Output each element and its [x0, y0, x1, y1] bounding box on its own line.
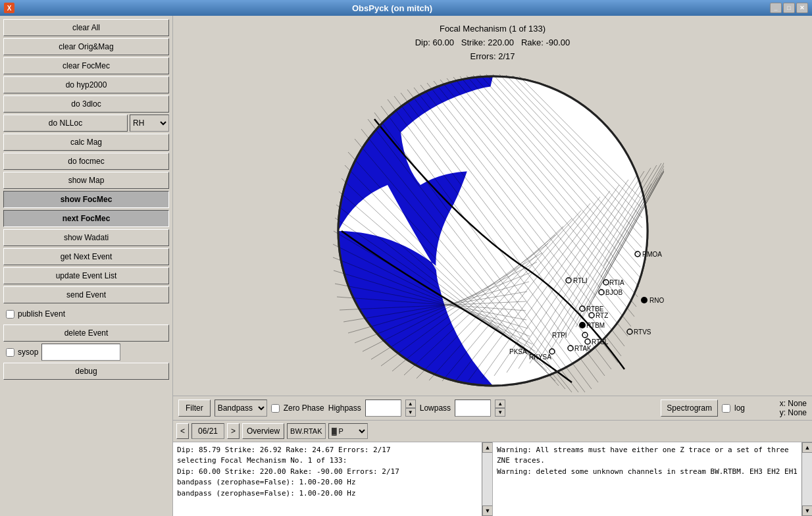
svg-point-83: [579, 322, 586, 328]
focal-errors: Errors: 2/17: [415, 50, 571, 64]
console-left-text: Dip: 85.79 Strike: 26.92 Rake: 24.67 Err…: [173, 442, 492, 502]
maximize-button[interactable]: □: [783, 3, 795, 13]
channel-display: BW.RTAK: [287, 423, 326, 439]
warning-line-1: Warning: All streams must have either on…: [497, 445, 808, 456]
date-display: 06/21: [191, 423, 224, 439]
strike-label: Strike:: [461, 38, 486, 47]
minimize-button[interactable]: _: [770, 3, 782, 13]
next-focmec-button[interactable]: next FocMec: [3, 210, 169, 227]
publish-event-label: publish Event: [18, 309, 65, 319]
console-line-1: Dip: 85.79 Strike: 26.92 Rake: 24.67 Err…: [177, 445, 488, 456]
lowpass-spinner[interactable]: ▲ ▼: [495, 400, 505, 417]
app-icon: X: [4, 3, 14, 13]
window-controls[interactable]: _ □ ✕: [770, 3, 808, 13]
zero-phase-checkbox[interactable]: [271, 404, 280, 413]
filter-bar: Filter Bandpass Lowpass Highpass Zero Ph…: [173, 396, 812, 420]
show-map-button[interactable]: show Map: [3, 172, 169, 189]
do-3dloc-button[interactable]: do 3dloc: [3, 95, 169, 113]
console-line-5: bandpass (zerophase=False): 1.00-20.00 H…: [177, 488, 488, 500]
main-layout: clear All clear Orig&Mag clear FocMec do…: [0, 16, 812, 516]
console-left: Dip: 85.79 Strike: 26.92 Rake: 24.67 Err…: [173, 442, 493, 516]
svg-text:RTBM: RTBM: [586, 322, 605, 329]
scroll-track-right: [802, 453, 812, 505]
update-event-list-button[interactable]: update Event List: [3, 267, 169, 284]
scroll-down-left[interactable]: ▼: [482, 505, 493, 516]
dip-value: 60.00: [432, 38, 454, 47]
left-panel: clear All clear Orig&Mag clear FocMec do…: [0, 16, 173, 516]
highpass-spinner[interactable]: ▲ ▼: [405, 400, 416, 417]
debug-button[interactable]: debug: [3, 363, 169, 380]
channel-select[interactable]: ▓ P S Z: [328, 423, 368, 439]
svg-text:RTZ: RTZ: [596, 312, 608, 319]
strike-value: 220.00: [488, 38, 514, 47]
lowpass-down[interactable]: ▼: [495, 408, 505, 417]
lowpass-label: Lowpass: [420, 403, 451, 413]
highpass-input[interactable]: 1.00: [365, 400, 401, 417]
calc-mag-button[interactable]: calc Mag: [3, 134, 169, 151]
scroll-track-left: [482, 453, 492, 505]
do-focmec-button[interactable]: do focmec: [3, 153, 169, 170]
nlloc-select[interactable]: RH RM RL: [130, 115, 169, 132]
waveform-bar: < 06/21 > Overview BW.RTAK ▓ P S Z: [173, 420, 812, 441]
show-wadati-button[interactable]: show Wadati: [3, 229, 169, 246]
highpass-label: Highpass: [328, 403, 361, 413]
sysop-input[interactable]: [41, 344, 120, 361]
console-line-3: Dip: 60.00 Strike: 220.00 Rake: -90.00 E…: [177, 467, 488, 478]
right-panel: Focal Mechanism (1 of 133) Dip: 60.00 St…: [173, 16, 812, 516]
overview-button[interactable]: Overview: [242, 423, 284, 439]
clear-orig-mag-button[interactable]: clear Orig&Mag: [3, 38, 169, 55]
svg-text:RKYSA: RKYSA: [529, 353, 551, 361]
console-right: Warning: All streams must have either on…: [493, 442, 812, 516]
get-next-event-button[interactable]: get Next Event: [3, 248, 169, 265]
show-focmec-button[interactable]: show FocMec: [3, 191, 169, 208]
close-button[interactable]: ✕: [796, 3, 808, 13]
sysop-row: sysop: [3, 344, 169, 361]
xy-readout: x: None y: None: [754, 399, 807, 417]
zero-phase-label: Zero Phase: [284, 403, 324, 413]
y-readout: y: None: [780, 408, 807, 417]
clear-foc-mec-button[interactable]: clear FocMec: [3, 57, 169, 74]
sysop-checkbox[interactable]: [6, 348, 14, 357]
errors-label: Errors:: [470, 51, 496, 61]
warning-line-2: ZNE traces.: [497, 455, 808, 467]
scroll-up-right[interactable]: ▲: [802, 442, 812, 453]
filter-button[interactable]: Filter: [178, 400, 211, 417]
nlloc-row: do NLLoc RH RM RL: [3, 115, 169, 132]
console-line-4: bandpass (zerophase=False): 1.00-20.00 H…: [177, 477, 488, 488]
delete-event-button[interactable]: delete Event: [3, 324, 169, 342]
scroll-down-right[interactable]: ▼: [802, 505, 812, 516]
svg-point-77: [641, 297, 647, 303]
bottom-section: Dip: 85.79 Strike: 26.92 Rake: 24.67 Err…: [173, 442, 812, 516]
publish-event-checkbox[interactable]: [6, 310, 14, 319]
sysop-label: sysop: [18, 348, 38, 357]
focal-area: Focal Mechanism (1 of 133) Dip: 60.00 St…: [173, 16, 812, 396]
publish-event-row: publish Event: [3, 305, 169, 322]
window-title: ObsPyck (on mitch): [352, 3, 432, 13]
console-right-scrollbar[interactable]: ▲ ▼: [801, 442, 812, 516]
focal-diagram: RMOA RTLI RTIA BJOB RNON: [322, 66, 664, 396]
console-left-scrollbar[interactable]: ▲ ▼: [482, 442, 492, 516]
send-event-button[interactable]: send Event: [3, 286, 169, 303]
highpass-down[interactable]: ▼: [405, 408, 416, 417]
focal-params: Dip: 60.00 Strike: 220.00 Rake: -90.00: [415, 36, 571, 50]
log-checkbox[interactable]: [722, 404, 730, 413]
title-bar: X ObsPyck (on mitch) _ □ ✕: [0, 0, 812, 16]
bandpass-select[interactable]: Bandpass Lowpass Highpass: [215, 400, 267, 417]
lowpass-up[interactable]: ▲: [495, 400, 505, 408]
svg-text:PKSA: PKSA: [509, 348, 527, 355]
focal-title: Focal Mechanism (1 of 133) Dip: 60.00 St…: [415, 22, 571, 63]
do-hyp2000-button[interactable]: do hyp2000: [3, 76, 169, 93]
svg-text:RTLI: RTLI: [573, 277, 588, 284]
next-nav-button[interactable]: >: [227, 423, 240, 439]
spectrogram-button[interactable]: Spectrogram: [661, 400, 718, 417]
highpass-up[interactable]: ▲: [405, 400, 416, 408]
scroll-up-left[interactable]: ▲: [482, 442, 493, 453]
svg-text:RTVS: RTVS: [634, 328, 651, 336]
do-nlloc-button[interactable]: do NLLoc: [3, 115, 128, 132]
svg-text:RTPI: RTPI: [552, 332, 567, 339]
lowpass-input[interactable]: 20.00: [455, 400, 491, 417]
console-line-2: selecting Focal Mechanism No. 1 of 133:: [177, 455, 488, 467]
rake-value: -90.00: [546, 38, 570, 47]
prev-nav-button[interactable]: <: [176, 423, 189, 439]
clear-all-button[interactable]: clear All: [3, 19, 169, 36]
